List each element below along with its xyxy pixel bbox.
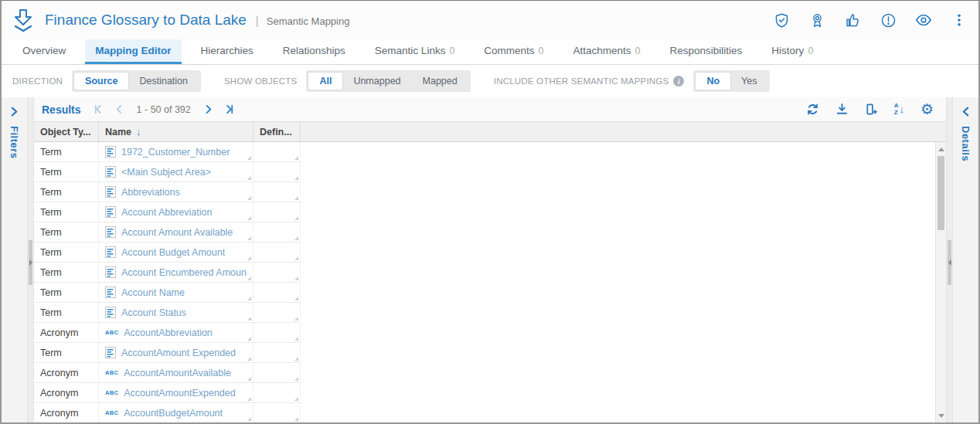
cell-resize-handle-icon[interactable] [294,337,298,341]
name-cell[interactable]: Account Status [99,303,254,323]
definition-cell[interactable] [254,142,301,162]
cell-resize-handle-icon[interactable] [247,196,251,200]
include-no-option[interactable]: No [696,73,730,90]
name-cell[interactable]: ABC AccountAmountExpended [99,383,254,403]
definition-cell[interactable] [254,403,301,422]
alert-circle-icon[interactable] [880,12,897,29]
table-row[interactable]: Term Account Budget Amount [34,243,935,263]
previous-page-icon[interactable] [114,104,124,114]
object-name-link[interactable]: AccountAmountAvailable [124,368,231,378]
definition-cell[interactable] [254,363,301,383]
definition-cell[interactable] [254,182,301,202]
cell-resize-handle-icon[interactable] [247,297,251,300]
cell-resize-handle-icon[interactable] [247,256,251,260]
table-row[interactable]: Term Abbreviations [34,182,935,202]
cell-resize-handle-icon[interactable] [294,317,298,321]
filters-panel-label[interactable]: Filters [9,126,20,159]
definition-cell[interactable] [254,222,301,243]
table-row[interactable]: Term Account Encumbered Amount [34,263,935,283]
table-row[interactable]: Term Account Status [34,303,935,323]
object-name-link[interactable]: 1972_Customer_Number [121,147,230,158]
direction-source-option[interactable]: Source [74,73,128,90]
table-row[interactable]: Term Account Amount Available [34,222,935,243]
export-download-icon[interactable] [835,103,849,116]
sort-icon[interactable]: AZ ↓ [894,103,904,116]
table-row[interactable]: Acronym ABC AccountAbbreviation [34,323,935,343]
name-cell[interactable]: Account Encumbered Amount [99,263,254,283]
first-page-icon[interactable] [94,104,104,114]
cell-resize-handle-icon[interactable] [247,176,251,180]
include-yes-option[interactable]: Yes [730,73,767,90]
object-name-link[interactable]: AccountAbbreviation [124,327,213,338]
award-ribbon-icon[interactable] [808,12,825,29]
cell-resize-handle-icon[interactable] [294,176,298,180]
tab-attachments[interactable]: Attachments0 [563,39,651,64]
add-column-icon[interactable] [865,103,878,116]
cell-resize-handle-icon[interactable] [247,156,251,160]
name-cell[interactable]: ABC AccountBudgetAmount [99,403,254,422]
object-name-link[interactable]: AccountAmount Expended [121,348,236,358]
settings-gear-icon[interactable]: ⚙ [920,102,934,117]
definition-cell[interactable] [254,263,301,283]
details-panel-label[interactable]: Details [960,126,971,161]
show-objects-all-option[interactable]: All [308,73,342,90]
name-cell[interactable]: AccountAmount Expended [99,343,254,363]
table-row[interactable]: Acronym ABC AccountAmountExpended [34,383,935,403]
cell-resize-handle-icon[interactable] [294,236,298,240]
object-name-link[interactable]: AccountBudgetAmount [124,408,223,419]
vertical-scrollbar[interactable] [935,142,946,422]
cell-resize-handle-icon[interactable] [294,276,298,280]
next-page-icon[interactable] [203,104,213,114]
cell-resize-handle-icon[interactable] [294,297,298,300]
definition-cell[interactable] [254,303,301,323]
column-header-object-type[interactable]: Object Ty... [34,122,99,141]
eye-watch-icon[interactable] [915,12,932,29]
cell-resize-handle-icon[interactable] [247,236,251,240]
cell-resize-handle-icon[interactable] [294,397,298,401]
name-cell[interactable]: ABC AccountAmountAvailable [99,363,254,383]
cell-resize-handle-icon[interactable] [294,417,298,421]
expand-filters-icon[interactable] [9,107,19,117]
cell-resize-handle-icon[interactable] [247,276,251,280]
object-name-link[interactable]: Account Abbreviation [121,207,212,218]
definition-cell[interactable] [254,243,301,263]
definition-cell[interactable] [254,283,301,303]
definition-cell[interactable] [254,343,301,363]
table-row[interactable]: Acronym ABC AccountAmountAvailable [34,363,935,383]
object-name-link[interactable]: Account Name [121,287,185,298]
object-name-link[interactable]: Account Status [121,307,186,318]
object-name-link[interactable]: Account Encumbered Amount [121,267,247,278]
name-sort-arrow-icon[interactable]: ↓ [136,126,141,137]
scroll-up-icon[interactable] [936,144,946,154]
tab-comments[interactable]: Comments0 [474,39,553,64]
tab-history[interactable]: History0 [761,39,823,64]
cell-resize-handle-icon[interactable] [294,196,298,200]
tab-mapping-editor[interactable]: Mapping Editor [85,39,181,64]
name-cell[interactable]: <Main Subject Area> [99,162,254,182]
object-name-link[interactable]: Abbreviations [121,187,180,198]
table-row[interactable]: Term Account Name [34,283,935,303]
name-cell[interactable]: Account Name [99,283,254,303]
expand-details-icon[interactable] [961,107,971,117]
show-objects-mapped-option[interactable]: Mapped [412,73,468,90]
cell-resize-handle-icon[interactable] [294,377,298,381]
object-name-link[interactable]: Account Budget Amount [121,247,225,258]
name-cell[interactable]: 1972_Customer_Number [99,142,254,162]
scroll-down-icon[interactable] [936,410,946,421]
more-menu-icon[interactable] [951,12,968,29]
cell-resize-handle-icon[interactable] [294,357,298,361]
cell-resize-handle-icon[interactable] [294,156,298,160]
filters-splitter-handle[interactable] [29,240,32,285]
tab-hierarchies[interactable]: Hierarchies [191,39,264,64]
tab-semantic-links[interactable]: Semantic Links0 [365,39,465,64]
details-splitter-handle[interactable] [948,240,951,285]
table-row[interactable]: Term 1972_Customer_Number [34,142,935,162]
cell-resize-handle-icon[interactable] [247,317,251,321]
definition-cell[interactable] [254,202,301,222]
cell-resize-handle-icon[interactable] [247,397,251,401]
name-cell[interactable]: Account Abbreviation [99,202,254,222]
table-row[interactable]: Term AccountAmount Expended [34,343,935,363]
direction-destination-option[interactable]: Destination [128,73,199,90]
name-cell[interactable]: Account Amount Available [99,222,254,243]
cell-resize-handle-icon[interactable] [247,216,251,220]
